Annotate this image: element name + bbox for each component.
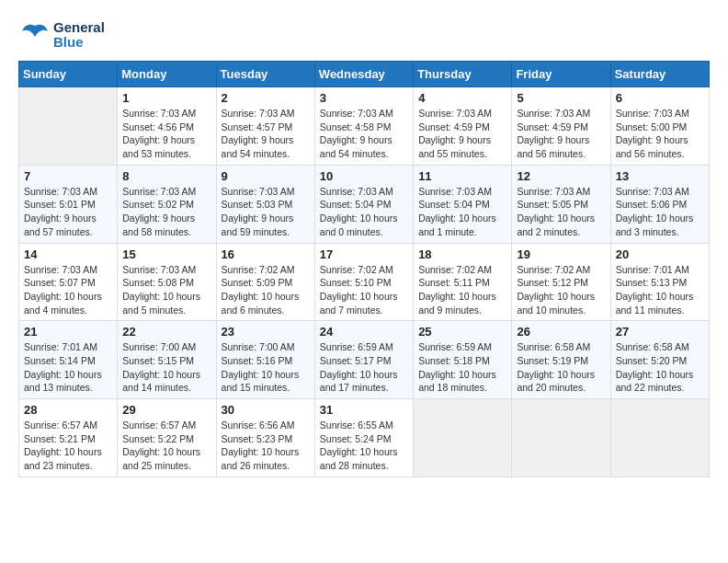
calendar-cell: 14Sunrise: 7:03 AMSunset: 5:07 PMDayligh… [19,243,118,321]
day-number: 4 [418,91,506,105]
day-info: Sunrise: 7:00 AMSunset: 5:16 PMDaylight:… [222,340,310,395]
calendar-cell: 8Sunrise: 7:03 AMSunset: 5:02 PMDaylight… [118,165,216,243]
logo: General Blue [18,18,105,52]
calendar-cell: 22Sunrise: 7:00 AMSunset: 5:15 PMDayligh… [118,321,216,399]
day-number: 24 [320,325,408,339]
calendar-cell: 15Sunrise: 7:03 AMSunset: 5:08 PMDayligh… [118,243,216,321]
day-info: Sunrise: 6:58 AMSunset: 5:20 PMDaylight:… [616,340,704,395]
calendar-cell [512,399,610,477]
calendar-cell: 20Sunrise: 7:01 AMSunset: 5:13 PMDayligh… [610,243,709,321]
calendar-cell: 16Sunrise: 7:02 AMSunset: 5:09 PMDayligh… [216,243,314,321]
day-number: 16 [222,247,310,261]
day-info: Sunrise: 6:56 AMSunset: 5:23 PMDaylight:… [222,419,310,473]
calendar-cell: 21Sunrise: 7:01 AMSunset: 5:14 PMDayligh… [19,321,118,399]
calendar-cell: 31Sunrise: 6:55 AMSunset: 5:24 PMDayligh… [314,399,413,477]
weekday-header: Friday [512,62,610,87]
calendar-cell: 2Sunrise: 7:03 AMSunset: 4:57 PMDaylight… [216,87,314,166]
calendar-cell: 13Sunrise: 7:03 AMSunset: 5:06 PMDayligh… [610,165,709,243]
calendar-cell: 23Sunrise: 7:00 AMSunset: 5:16 PMDayligh… [216,321,314,399]
day-number: 19 [517,247,605,261]
calendar-cell [610,399,709,477]
calendar-cell: 18Sunrise: 7:02 AMSunset: 5:11 PMDayligh… [414,243,512,321]
day-number: 14 [24,247,112,261]
day-info: Sunrise: 7:03 AMSunset: 5:05 PMDaylight:… [517,185,605,239]
calendar-week-row: 7Sunrise: 7:03 AMSunset: 5:01 PMDaylight… [19,165,710,243]
weekday-header: Monday [118,62,216,87]
page-header: General Blue [18,18,710,52]
calendar-cell: 1Sunrise: 7:03 AMSunset: 4:56 PMDaylight… [118,87,216,166]
day-number: 21 [24,325,112,339]
day-info: Sunrise: 6:55 AMSunset: 5:24 PMDaylight:… [320,419,408,473]
day-number: 30 [222,403,310,417]
day-number: 31 [320,403,408,417]
day-number: 29 [122,403,210,417]
logo-line1: General [53,20,105,36]
day-number: 10 [320,169,408,183]
day-number: 28 [24,403,112,417]
day-info: Sunrise: 7:03 AMSunset: 5:01 PMDaylight:… [24,185,112,239]
day-number: 17 [320,247,408,261]
calendar-cell: 19Sunrise: 7:02 AMSunset: 5:12 PMDayligh… [512,243,610,321]
day-info: Sunrise: 7:03 AMSunset: 5:03 PMDaylight:… [222,185,310,239]
day-info: Sunrise: 7:03 AMSunset: 5:08 PMDaylight:… [122,263,210,317]
calendar-cell: 7Sunrise: 7:03 AMSunset: 5:01 PMDaylight… [19,165,118,243]
calendar-cell [19,87,118,166]
day-number: 8 [122,169,210,183]
calendar-cell: 5Sunrise: 7:03 AMSunset: 4:59 PMDaylight… [512,87,610,166]
calendar-cell: 6Sunrise: 7:03 AMSunset: 5:00 PMDaylight… [610,87,709,166]
day-info: Sunrise: 7:03 AMSunset: 5:00 PMDaylight:… [616,107,704,161]
day-info: Sunrise: 7:03 AMSunset: 5:04 PMDaylight:… [418,185,506,239]
calendar-cell: 29Sunrise: 6:57 AMSunset: 5:22 PMDayligh… [118,399,216,477]
calendar-cell: 27Sunrise: 6:58 AMSunset: 5:20 PMDayligh… [610,321,709,399]
calendar-header-row: SundayMondayTuesdayWednesdayThursdayFrid… [19,62,710,87]
day-info: Sunrise: 7:00 AMSunset: 5:15 PMDaylight:… [122,340,210,395]
day-info: Sunrise: 6:57 AMSunset: 5:21 PMDaylight:… [24,419,112,473]
weekday-header: Saturday [610,62,709,87]
day-info: Sunrise: 7:02 AMSunset: 5:09 PMDaylight:… [222,263,310,317]
calendar-cell: 26Sunrise: 6:58 AMSunset: 5:19 PMDayligh… [512,321,610,399]
calendar-cell: 4Sunrise: 7:03 AMSunset: 4:59 PMDaylight… [414,87,512,166]
calendar-week-row: 21Sunrise: 7:01 AMSunset: 5:14 PMDayligh… [19,321,710,399]
day-number: 27 [616,325,704,339]
day-number: 13 [616,169,704,183]
calendar-cell: 17Sunrise: 7:02 AMSunset: 5:10 PMDayligh… [314,243,413,321]
day-number: 3 [320,91,408,105]
day-number: 2 [222,91,310,105]
day-number: 1 [122,91,210,105]
weekday-header: Sunday [19,62,118,87]
day-number: 25 [418,325,506,339]
calendar-cell: 9Sunrise: 7:03 AMSunset: 5:03 PMDaylight… [216,165,314,243]
day-number: 15 [122,247,210,261]
day-number: 6 [616,91,704,105]
calendar-week-row: 14Sunrise: 7:03 AMSunset: 5:07 PMDayligh… [19,243,710,321]
day-info: Sunrise: 7:01 AMSunset: 5:13 PMDaylight:… [616,263,704,317]
logo-line2: Blue [53,35,105,51]
day-number: 26 [517,325,605,339]
calendar-week-row: 1Sunrise: 7:03 AMSunset: 4:56 PMDaylight… [19,87,710,166]
day-info: Sunrise: 6:59 AMSunset: 5:17 PMDaylight:… [320,340,408,395]
day-info: Sunrise: 7:03 AMSunset: 4:59 PMDaylight:… [418,107,506,161]
weekday-header: Thursday [414,62,512,87]
day-info: Sunrise: 7:03 AMSunset: 5:06 PMDaylight:… [616,185,704,239]
day-info: Sunrise: 6:58 AMSunset: 5:19 PMDaylight:… [517,340,605,395]
calendar-week-row: 28Sunrise: 6:57 AMSunset: 5:21 PMDayligh… [19,399,710,477]
weekday-header: Wednesday [314,62,413,87]
calendar-cell [414,399,512,477]
day-info: Sunrise: 7:03 AMSunset: 5:07 PMDaylight:… [24,263,112,317]
day-number: 22 [122,325,210,339]
calendar-cell: 12Sunrise: 7:03 AMSunset: 5:05 PMDayligh… [512,165,610,243]
day-number: 23 [222,325,310,339]
day-number: 11 [418,169,506,183]
calendar-cell: 28Sunrise: 6:57 AMSunset: 5:21 PMDayligh… [19,399,118,477]
day-info: Sunrise: 7:01 AMSunset: 5:14 PMDaylight:… [24,340,112,395]
day-info: Sunrise: 7:03 AMSunset: 5:04 PMDaylight:… [320,185,408,239]
day-number: 20 [616,247,704,261]
day-info: Sunrise: 7:03 AMSunset: 5:02 PMDaylight:… [122,185,210,239]
day-number: 18 [418,247,506,261]
day-info: Sunrise: 7:03 AMSunset: 4:56 PMDaylight:… [122,107,210,161]
calendar-cell: 30Sunrise: 6:56 AMSunset: 5:23 PMDayligh… [216,399,314,477]
calendar-cell: 24Sunrise: 6:59 AMSunset: 5:17 PMDayligh… [314,321,413,399]
day-number: 9 [222,169,310,183]
day-number: 7 [24,169,112,183]
weekday-header: Tuesday [216,62,314,87]
